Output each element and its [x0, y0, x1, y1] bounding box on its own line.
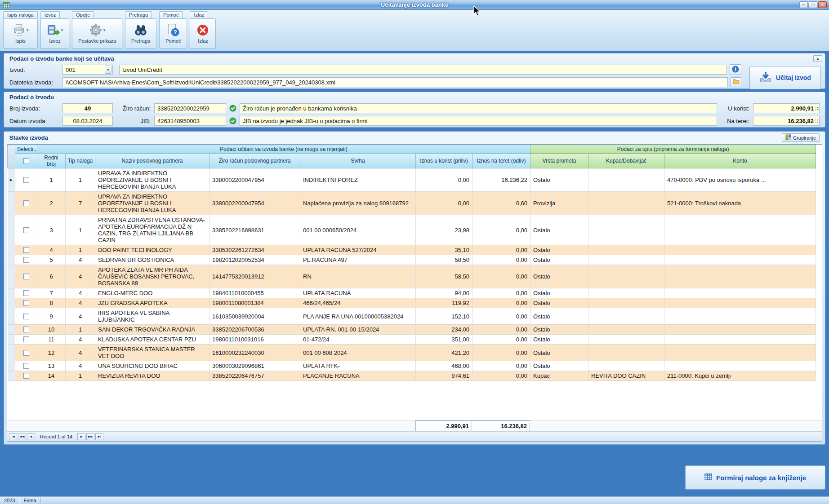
table-row[interactable]: 31PRIVATNA ZDRAVSTVENA USTANOVA-APOTEKA …: [8, 215, 816, 245]
izvod-combo[interactable]: 001 ▾: [62, 65, 113, 75]
ribbon-tab[interactable]: Opcije: [72, 11, 94, 18]
row-checkbox[interactable]: [23, 314, 29, 319]
row-checkbox[interactable]: [23, 373, 29, 379]
table-row[interactable]: 94IRIS APOTEKA VL SABINA LJUBIJANKIC1610…: [8, 308, 816, 325]
row-checkbox[interactable]: [23, 177, 29, 183]
row-checkbox[interactable]: [23, 274, 29, 279]
table-row[interactable]: 64APOTEKA ZLATA VL MR PH AIDA ČAUŠEVIĆ B…: [8, 265, 816, 288]
cell-naziv: SEDRVAN UR GOSTIONICA: [95, 255, 209, 265]
u-korist-field[interactable]: 2.990,91 ▴▾: [753, 103, 820, 113]
grouping-label: Grupiranje: [793, 135, 816, 141]
dropdown-arrow-icon[interactable]: ▾: [61, 28, 63, 32]
help-button[interactable]: ?Pomoć: [163, 22, 183, 44]
column-header-kupac[interactable]: Kupac/Dobavljač: [588, 154, 664, 168]
row-checkbox[interactable]: [23, 257, 29, 263]
load-statement-button[interactable]: Učitaj izvod: [749, 66, 820, 89]
column-header-tip-naloga[interactable]: Tip naloga: [66, 154, 95, 168]
column-header-redni-broj[interactable]: Redni broj: [37, 154, 66, 168]
column-header-svrha[interactable]: Svrha: [300, 154, 416, 168]
dropdown-arrow-icon[interactable]: ▾: [27, 28, 29, 32]
nav-prev-page-button[interactable]: ◀◀: [18, 433, 26, 440]
ribbon-tab[interactable]: Ispis naloga: [3, 11, 38, 18]
details-panel: Podaci o izvodu Broj izvoda: 49 Žiro rač…: [4, 92, 825, 128]
summary-row: 2.990,91 16.236,82: [7, 420, 822, 432]
ribbon-tab[interactable]: Izlaz: [190, 11, 208, 18]
minimize-button[interactable]: ─: [799, 1, 808, 8]
select-all-checkbox[interactable]: [23, 158, 29, 164]
ribbon-group-gear: Opcije▾Postavke prikaza: [72, 11, 122, 49]
status-bar: 2023 Firma: [0, 496, 829, 504]
column-header-ziro-racun[interactable]: Žiro račun poslovnog partnera: [209, 154, 300, 168]
cell-vrsta-prometa: Ostalo: [530, 168, 588, 192]
cell-priliv: 974,61: [416, 371, 472, 381]
binoculars-button[interactable]: Pretraga: [129, 22, 152, 44]
row-checkbox[interactable]: [23, 336, 29, 342]
row-checkbox[interactable]: [23, 300, 29, 306]
check-circle-icon: [229, 117, 237, 124]
cell-priliv: 58,50: [416, 265, 472, 288]
table-row[interactable]: 141REVIZIJA REVITA DOO3385202206476757PL…: [8, 371, 816, 381]
row-checkbox[interactable]: [23, 327, 29, 332]
table-row[interactable]: 114KLADUSKA APOTEKA CENTAR PZU1980011010…: [8, 335, 816, 345]
table-row[interactable]: 84JZU GRADSKA APOTEKA1980011080001384466…: [8, 298, 816, 308]
collapse-panel-button[interactable]: ▲: [813, 55, 822, 62]
column-header-konto[interactable]: Konto: [664, 154, 816, 168]
nav-prev-button[interactable]: ◀: [27, 433, 35, 440]
table-row[interactable]: 41DOO PAINT TECHNOLOGY3385302261272634UP…: [8, 245, 816, 255]
printer-button[interactable]: ▾Ispis: [10, 22, 31, 44]
na-teret-field[interactable]: 16.236,82 ▴▾: [753, 116, 820, 126]
nav-first-button[interactable]: |◀: [9, 433, 17, 440]
column-header-priliv[interactable]: Iznos u korist (priliv): [416, 154, 472, 168]
row-checkbox[interactable]: [23, 227, 29, 233]
dropdown-arrow-icon[interactable]: ▾: [103, 28, 106, 32]
row-checkbox[interactable]: [23, 247, 29, 253]
table-row[interactable]: ▶11UPRAVA ZA INDIREKTNO OPOREZIVANJE U B…: [8, 168, 816, 192]
file-path-field[interactable]: \\COMSOFT-NAS\Arhiva-Enes\Com_Soft\Izvod…: [62, 77, 728, 87]
row-indicator: [8, 345, 15, 361]
spinner-icon[interactable]: ▴▾: [816, 106, 818, 111]
info-button[interactable]: i: [730, 64, 741, 75]
maximize-button[interactable]: □: [809, 1, 817, 8]
row-checkbox[interactable]: [23, 363, 29, 369]
browse-file-button[interactable]: [731, 77, 741, 87]
chevron-down-icon[interactable]: ▾: [105, 66, 111, 74]
ribbon-tab[interactable]: Pretraga: [125, 11, 152, 18]
izvod-name-field[interactable]: Izvod UniCredit: [119, 65, 727, 75]
column-header-odliv[interactable]: Iznos na teret (odliv): [472, 154, 530, 168]
exit-button[interactable]: Izlaz: [194, 22, 212, 44]
cell-priliv: 35,10: [416, 245, 472, 255]
cell-odliv: 0,00: [472, 308, 530, 325]
column-header-vrsta-prometa[interactable]: Vrsta prometa: [530, 154, 588, 168]
cell-svrha: 001 00 608 2024: [300, 345, 416, 361]
table-row[interactable]: 124VETERINARSKA STANICA MASTER VET DOO16…: [8, 345, 816, 361]
jib-field[interactable]: 4263148950003: [154, 116, 226, 126]
row-checkbox[interactable]: [23, 290, 29, 296]
ziro-racun-field[interactable]: 3385202200022959: [154, 103, 226, 113]
table-row[interactable]: 134UNA SOURCING DOO BIHAĆ306000302909686…: [8, 361, 816, 371]
row-checkbox[interactable]: [23, 350, 29, 356]
ribbon-tab[interactable]: Pomoć: [159, 11, 183, 18]
spinner-icon[interactable]: ▴▾: [816, 118, 818, 124]
cell-ziro-racun: 1610000232240030: [209, 345, 300, 361]
close-button[interactable]: ×: [818, 1, 827, 8]
row-checkbox[interactable]: [23, 200, 29, 206]
download-icon: [759, 71, 772, 85]
selection-column-header[interactable]: Selecti...: [15, 145, 37, 154]
table-row[interactable]: 74ENGLO-MERC DOO1984011010000455UPLATA R…: [8, 288, 816, 298]
nav-next-button[interactable]: ▶: [77, 433, 85, 440]
ribbon-toolbar: Ispis naloga▾IspisIzvoz▾IzvozOpcije▾Post…: [0, 10, 829, 51]
nav-last-button[interactable]: ▶|: [95, 433, 103, 440]
gear-button[interactable]: ▾Postavke prikaza: [76, 22, 118, 44]
export-button[interactable]: ▾Izvoz: [45, 22, 66, 44]
table-row[interactable]: 54SEDRVAN UR GOSTIONICA1982012020052534P…: [8, 255, 816, 265]
grouping-button[interactable]: Grupiranje: [782, 133, 820, 142]
ribbon-tab[interactable]: Izvoz: [40, 11, 60, 18]
nav-next-page-button[interactable]: ▶▶: [86, 433, 94, 440]
form-orders-button[interactable]: Formiraj naloge za knjiženje: [704, 473, 806, 482]
table-row[interactable]: 101SAN-DEKOR TRGOVAČKA RADNJA33852022067…: [8, 325, 816, 335]
broj-izvoda-field[interactable]: 49: [62, 103, 113, 113]
column-header-naziv[interactable]: Naziv poslovnog partnera: [95, 154, 209, 168]
row-indicator: [8, 192, 15, 215]
table-row[interactable]: 27UPRAVA ZA INDIREKTNO OPOREZIVANJE U BO…: [8, 192, 816, 215]
datum-izvoda-field[interactable]: 08.03.2024: [62, 116, 113, 126]
